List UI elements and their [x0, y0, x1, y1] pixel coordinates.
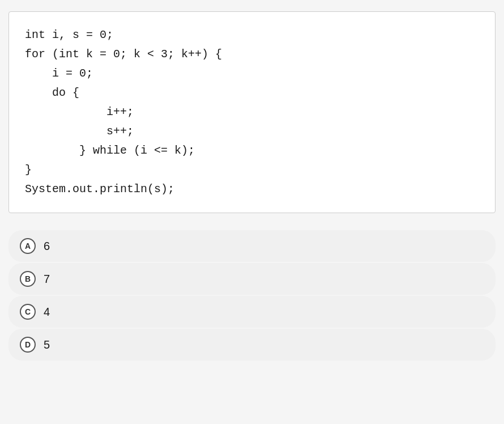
options-container: A 6 B 7 C 4 D 5	[8, 230, 496, 362]
option-b-text: 7	[44, 273, 50, 286]
option-c[interactable]: C 4	[8, 296, 496, 328]
option-c-text: 4	[44, 306, 50, 319]
option-b-circle: B	[20, 271, 36, 287]
option-a[interactable]: A 6	[8, 230, 496, 262]
option-a-text: 6	[44, 240, 50, 253]
option-d[interactable]: D 5	[8, 329, 496, 361]
code-container: int i, s = 0; for (int k = 0; k < 3; k++…	[8, 11, 496, 213]
option-a-circle: A	[20, 238, 36, 254]
code-block: int i, s = 0; for (int k = 0; k < 3; k++…	[25, 26, 479, 199]
option-c-circle: C	[20, 304, 36, 320]
option-d-text: 5	[44, 338, 50, 351]
option-d-circle: D	[20, 337, 36, 353]
option-b[interactable]: B 7	[8, 263, 496, 295]
